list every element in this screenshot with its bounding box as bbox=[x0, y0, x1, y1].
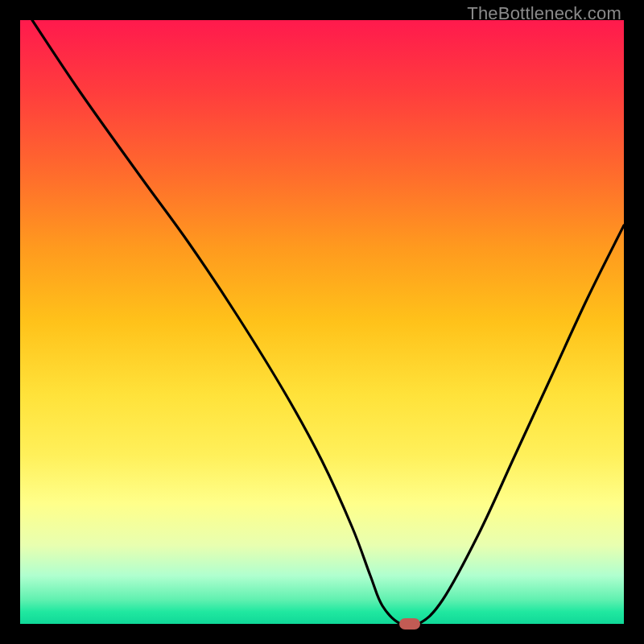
bottleneck-curve bbox=[20, 20, 624, 624]
chart-frame: TheBottleneck.com bbox=[0, 0, 644, 644]
optimal-point-marker bbox=[399, 618, 420, 630]
plot-area bbox=[20, 20, 624, 624]
